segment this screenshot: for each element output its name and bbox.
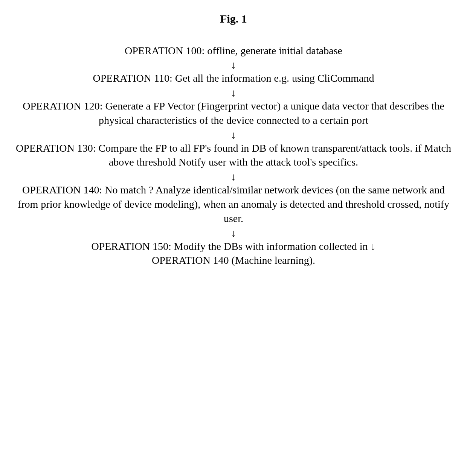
operation-100: OPERATION 100: offline, generate initial… (15, 44, 452, 58)
arrow-icon: ↓ (15, 60, 452, 70)
arrow-icon: ↓ (15, 172, 452, 182)
operation-140: OPERATION 140: No match ? Analyze identi… (15, 183, 452, 225)
flowchart: Fig. 1 OPERATION 100: offline, generate … (15, 11, 452, 268)
operation-120: OPERATION 120: Generate a FP Vector (Fin… (15, 99, 452, 128)
operation-150-text-b: OPERATION 140 (Machine learning). (15, 253, 452, 268)
arrow-icon: ↓ (15, 228, 452, 239)
operation-150-text-a: OPERATION 150: Modify the DBs with infor… (91, 240, 368, 252)
arrow-icon: ↓ (15, 88, 452, 98)
operation-150: OPERATION 150: Modify the DBs with infor… (15, 239, 452, 254)
arrow-icon: ↓ (15, 130, 452, 140)
operation-130: OPERATION 130: Compare the FP to all FP'… (15, 141, 452, 170)
operation-110: OPERATION 110: Get all the information e… (15, 71, 452, 85)
arrow-icon: ↓ (371, 240, 376, 252)
figure-title: Fig. 1 (15, 11, 452, 27)
